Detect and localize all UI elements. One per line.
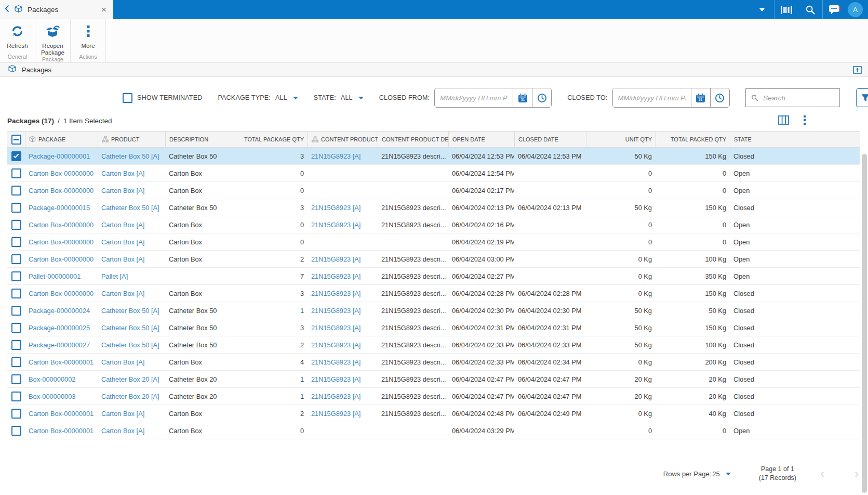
package-cell[interactable]: Box-000000003 — [25, 393, 98, 400]
table-row[interactable]: Package-000000025Catheter Box 50 [A]Cath… — [7, 319, 860, 336]
rows-per-page-value[interactable]: 25 — [712, 470, 719, 478]
product-cell[interactable]: Catheter Box 20 [A] — [98, 393, 165, 400]
package-cell[interactable]: Package-000000024 — [25, 307, 98, 315]
content_product-cell[interactable]: 21N15G8923 [A] — [308, 152, 378, 160]
row-checkbox[interactable] — [11, 340, 21, 350]
reopen-package-button[interactable]: Reopen Package — [35, 19, 70, 56]
product-cell[interactable]: Carton Box [A] — [98, 255, 165, 263]
filter-button[interactable] — [856, 88, 868, 107]
column-header-closed_date[interactable]: CLOSED DATE — [514, 132, 586, 147]
table-row[interactable]: Carton Box-00000000Carton Box [A]Carton … — [7, 233, 860, 251]
product-cell[interactable]: Carton Box [A] — [98, 410, 165, 418]
column-header-unit_qty[interactable]: UNIT QTY — [586, 132, 656, 147]
table-row[interactable]: Carton Box-00000001Carton Box [A]Carton … — [7, 405, 860, 422]
content_product-cell[interactable]: 21N15G8923 [A] — [308, 375, 378, 383]
close-icon[interactable]: × — [101, 5, 106, 14]
next-page-button[interactable]: › — [854, 467, 859, 480]
product-cell[interactable]: Catheter Box 50 [A] — [98, 324, 165, 332]
previous-page-button[interactable]: ‹ — [820, 467, 824, 480]
package-cell[interactable]: Carton Box-00000000 — [25, 290, 98, 297]
closed-to-time-button[interactable] — [710, 88, 729, 107]
table-row[interactable]: Pallet-000000001Pallet [A]721N15G8923 [A… — [7, 268, 860, 285]
table-row[interactable]: Carton Box-00000000Carton Box [A]Carton … — [7, 165, 860, 182]
package-cell[interactable]: Carton Box-00000000 — [25, 255, 98, 263]
row-checkbox[interactable] — [11, 151, 21, 161]
row-checkbox[interactable] — [11, 392, 21, 401]
product-cell[interactable]: Carton Box [A] — [98, 187, 165, 194]
package-cell[interactable]: Carton Box-00000000 — [25, 170, 98, 177]
vertical-scrollbar[interactable] — [862, 154, 867, 493]
columns-button[interactable] — [778, 115, 789, 126]
column-header-package[interactable]: PACKAGE — [25, 132, 98, 147]
package-cell[interactable]: Package-000000025 — [25, 324, 98, 332]
row-checkbox[interactable] — [11, 220, 21, 230]
package-cell[interactable]: Carton Box-00000001 — [25, 427, 98, 435]
table-row[interactable]: Carton Box-00000000Carton Box [A]Carton … — [7, 285, 860, 302]
rows-per-page[interactable]: Rows per Page:25 — [663, 470, 731, 478]
table-row[interactable]: Package-000000024Catheter Box 50 [A]Cath… — [7, 302, 860, 319]
package-cell[interactable]: Carton Box-00000001 — [25, 410, 98, 418]
table-row[interactable]: Carton Box-00000000Carton Box [A]Carton … — [7, 216, 860, 233]
content_product-cell[interactable]: 21N15G8923 [A] — [308, 290, 378, 297]
row-checkbox[interactable] — [11, 306, 21, 316]
row-checkbox[interactable] — [11, 426, 21, 436]
content_product-cell[interactable]: 21N15G8923 [A] — [308, 358, 378, 366]
product-cell[interactable]: Carton Box [A] — [98, 238, 165, 246]
state-value[interactable]: ALL — [341, 94, 353, 101]
closed-from-input[interactable] — [435, 88, 513, 107]
table-row[interactable]: Box-000000003Catheter Box 20 [A]Catheter… — [7, 388, 860, 405]
barcode-scan-button[interactable] — [774, 0, 798, 19]
table-row[interactable]: Package-000000015Catheter Box 50 [A]Cath… — [7, 199, 860, 216]
product-cell[interactable]: Carton Box [A] — [98, 427, 165, 435]
closed-from-time-button[interactable] — [532, 88, 551, 107]
package-type-filter[interactable]: PACKAGE TYPE: ALL — [218, 94, 298, 101]
content_product-cell[interactable]: 21N15G8923 [A] — [308, 204, 378, 212]
tab-packages[interactable]: Packages × — [0, 0, 113, 19]
content_product-cell[interactable]: 21N15G8923 [A] — [308, 341, 378, 349]
popout-button[interactable] — [853, 66, 862, 74]
global-search-button[interactable] — [798, 0, 822, 19]
show-terminated-checkbox[interactable] — [123, 93, 132, 103]
table-row[interactable]: Carton Box-00000000Carton Box [A]Carton … — [7, 182, 860, 199]
package-type-value[interactable]: ALL — [275, 94, 287, 101]
dropdown-caret-button[interactable] — [750, 0, 774, 19]
row-checkbox[interactable] — [11, 289, 21, 298]
content_product-cell[interactable]: 21N15G8923 [A] — [308, 307, 378, 315]
avatar[interactable]: A — [848, 2, 863, 17]
package-cell[interactable]: Carton Box-00000001 — [25, 358, 98, 366]
product-cell[interactable]: Catheter Box 50 [A] — [98, 307, 165, 315]
package-cell[interactable]: Carton Box-00000000 — [25, 187, 98, 194]
row-checkbox[interactable] — [11, 254, 21, 264]
back-icon[interactable] — [5, 5, 9, 15]
product-cell[interactable]: Carton Box [A] — [98, 221, 165, 229]
row-checkbox[interactable] — [11, 409, 21, 419]
content_product-cell[interactable]: 21N15G8923 [A] — [308, 324, 378, 332]
row-checkbox[interactable] — [11, 186, 21, 196]
content_product-cell[interactable]: 21N15G8923 [A] — [308, 221, 378, 229]
column-header-description[interactable]: DESCRIPTION — [165, 132, 235, 147]
row-checkbox[interactable] — [11, 237, 21, 247]
table-row[interactable]: Box-000000002Catheter Box 20 [A]Catheter… — [7, 371, 860, 388]
product-cell[interactable]: Pallet [A] — [98, 272, 165, 280]
column-header-total_package_qty[interactable]: TOTAL PACKAGE QTY — [235, 132, 308, 147]
package-cell[interactable]: Box-000000002 — [25, 375, 98, 383]
column-header-total_packed_qty[interactable]: TOTAL PACKED QTY — [656, 132, 730, 147]
column-header-content_product[interactable]: CONTENT PRODUCT — [308, 132, 378, 147]
table-row[interactable]: Package-000000027Catheter Box 50 [A]Cath… — [7, 336, 860, 354]
row-checkbox[interactable] — [11, 271, 21, 281]
package-cell[interactable]: Pallet-000000001 — [25, 272, 98, 280]
row-checkbox[interactable] — [11, 168, 21, 178]
package-cell[interactable]: Carton Box-00000000 — [25, 221, 98, 229]
row-checkbox[interactable] — [11, 323, 21, 333]
column-header-open_date[interactable]: OPEN DATE — [448, 132, 514, 147]
refresh-button[interactable]: Refresh — [0, 19, 35, 49]
product-cell[interactable]: Catheter Box 50 [A] — [98, 341, 165, 349]
product-cell[interactable]: Carton Box [A] — [98, 290, 165, 297]
row-checkbox[interactable] — [11, 357, 21, 367]
closed-to-input[interactable] — [613, 88, 691, 107]
content_product-cell[interactable]: 21N15G8923 [A] — [308, 272, 378, 280]
row-checkbox[interactable] — [11, 203, 21, 213]
content_product-cell[interactable]: 21N15G8923 [A] — [308, 393, 378, 400]
package-cell[interactable]: Carton Box-00000000 — [25, 238, 98, 246]
closed-to-calendar-button[interactable]: 31 — [691, 88, 710, 107]
